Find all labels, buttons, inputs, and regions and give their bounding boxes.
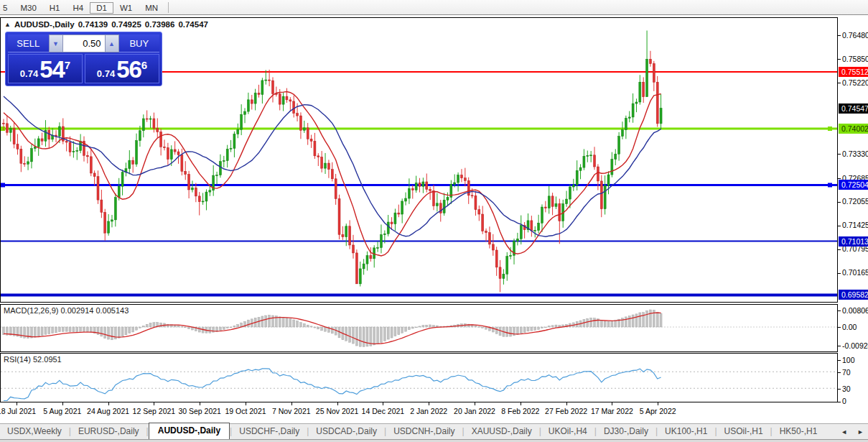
- chart-tab-eurusd-daily[interactable]: EURUSD-,Daily: [71, 424, 146, 439]
- axis-tick-mark: [838, 273, 841, 274]
- timeframe-button-mn[interactable]: MN: [139, 2, 164, 14]
- one-click-trade-panel: SELL ▼ 0.50 ▲ BUY 0.74 54 7 0.74 56 6: [5, 32, 162, 86]
- axis-tick-mark: [838, 360, 841, 361]
- date-tick-label: 5 Aug 2021: [43, 407, 81, 415]
- price-tag: 0.74002: [839, 124, 868, 134]
- date-tick-mark: [475, 402, 475, 405]
- volume-input[interactable]: 0.50: [63, 34, 105, 52]
- axis-tick-mark: [838, 202, 841, 203]
- price-tick-label: 0.70165: [842, 268, 868, 277]
- date-tick-label: 30 Sep 2021: [178, 407, 221, 415]
- axis-tick-mark: [838, 249, 841, 250]
- tab-scroll-left-icon[interactable]: ◄: [841, 428, 847, 436]
- date-tick-label: 17 Mar 2022: [591, 407, 633, 415]
- date-tick-label: 5 Apr 2022: [640, 407, 676, 415]
- ohlc-close: 0.74547: [178, 20, 208, 29]
- macd-axis-label: 0.00: [842, 323, 857, 332]
- timeframe-toolbar: 5M30H1H4D1W1MN: [0, 0, 868, 15]
- ohlc-open: 0.74139: [78, 20, 108, 29]
- chart-tab-usdchf-daily[interactable]: USDCHF-,Daily: [232, 424, 307, 439]
- rsi-line: [4, 369, 661, 401]
- price-tag: 0.69582: [839, 290, 868, 300]
- date-tick-mark: [612, 402, 612, 405]
- date-tick-label: 14 Dec 2021: [362, 407, 405, 415]
- macd-axis-label: -0.009286: [842, 341, 868, 351]
- timeframe-button-m30[interactable]: M30: [14, 2, 42, 14]
- axis-tick-mark: [838, 372, 841, 373]
- price-tag: 0.71013: [839, 236, 868, 247]
- rsi-indicator-panel[interactable]: RSI(14) 52.0951: [0, 353, 838, 402]
- axis-tick-mark: [838, 310, 841, 311]
- chart-tab-xauusd-daily[interactable]: XAUUSD-,Daily: [465, 424, 539, 439]
- buy-price-prefix: 0.74: [97, 67, 115, 81]
- chart-tab-usdx-weekly[interactable]: USDX,Weekly: [0, 424, 69, 439]
- timeframe-button-h1[interactable]: H1: [43, 2, 67, 14]
- chart-tab-ukoil-h4[interactable]: UKOil-,H4: [541, 424, 594, 439]
- collapse-chart-icon[interactable]: ▲: [4, 21, 11, 28]
- date-tick-label: 8 Feb 2022: [501, 407, 539, 415]
- rsi-axis-label: 0: [842, 397, 846, 406]
- axis-tick-mark: [838, 389, 841, 390]
- buy-price-pip: 6: [141, 59, 147, 71]
- price-tick-label: 0.73330: [842, 149, 868, 159]
- chart-tab-audusd-daily[interactable]: AUDUSD-,Daily: [149, 423, 230, 439]
- date-tick-label: 19 Oct 2021: [225, 407, 266, 415]
- date-tick-mark: [17, 402, 17, 405]
- chart-title: ▲ AUDUSD-,Daily 0.74139 0.74925 0.73986 …: [4, 20, 208, 29]
- chart-tab-usdcad-daily[interactable]: USDCAD-,Daily: [309, 424, 384, 439]
- axis-tick-mark: [838, 402, 841, 402]
- rsi-axis-label: 70: [842, 368, 851, 377]
- tab-scroll-arrows: ◄►: [841, 428, 864, 439]
- axis-tick-mark: [838, 59, 841, 60]
- timeframe-button-5[interactable]: 5: [0, 2, 14, 14]
- toolbar-separator: [168, 2, 169, 13]
- axis-tick-mark: [838, 327, 841, 328]
- sell-price-button[interactable]: 0.74 54 7: [8, 54, 83, 83]
- sell-price-pip: 7: [65, 59, 70, 71]
- date-tick-mark: [246, 402, 246, 405]
- date-tick-mark: [337, 402, 338, 405]
- macd-indicator-panel[interactable]: MACD(12,26,9) 0.002914 0.005143: [0, 304, 838, 352]
- date-tick-mark: [291, 402, 292, 405]
- tab-scroll-right-icon[interactable]: ►: [857, 428, 864, 436]
- price-tick-label: 0.76480: [842, 31, 868, 40]
- chart-tab-uk100-h1[interactable]: UK100-,H1: [658, 424, 714, 439]
- date-tick-label: 12 Sep 2021: [133, 407, 176, 415]
- axis-tick-mark: [838, 178, 841, 179]
- volume-decrease-button[interactable]: ▼: [49, 34, 63, 52]
- date-axis: 18 Jul 20215 Aug 202124 Aug 202112 Sep 2…: [0, 402, 838, 423]
- axis-tick-mark: [838, 154, 841, 155]
- chart-tab-usdcnh-daily[interactable]: USDCNH-,Daily: [386, 424, 462, 439]
- price-tick-label: 0.75850: [842, 55, 868, 64]
- date-tick-mark: [62, 402, 63, 405]
- axis-tick-mark: [838, 35, 841, 36]
- axis-tick-mark: [838, 226, 841, 226]
- timeframe-button-h4[interactable]: H4: [66, 2, 90, 14]
- timeframe-button-d1[interactable]: D1: [90, 2, 113, 14]
- buy-price-big: 56: [116, 57, 141, 81]
- sell-button[interactable]: SELL: [8, 34, 49, 52]
- chart-tab-usoil-h1[interactable]: USOil-,H1: [717, 424, 770, 439]
- buy-button[interactable]: BUY: [119, 34, 160, 52]
- date-tick-mark: [658, 402, 658, 405]
- ohlc-high: 0.74925: [111, 20, 141, 29]
- macd-axis-label: 0.008061: [842, 306, 868, 316]
- chart-tab-hk50-h1[interactable]: HK50-,H1: [773, 424, 825, 439]
- buy-price-button[interactable]: 0.74 56 6: [85, 54, 159, 83]
- date-tick-label: 25 Nov 2021: [316, 407, 359, 415]
- chart-tab-dj30-daily[interactable]: DJ30-,Daily: [597, 424, 655, 439]
- price-tag: 0.74547: [839, 103, 868, 114]
- timeframe-button-w1[interactable]: W1: [113, 2, 139, 14]
- chart-tab-bar: USDX,Weekly|EURUSD-,Daily|AUDUSD-,Daily|…: [0, 423, 868, 440]
- axis-tick-mark: [838, 346, 841, 346]
- date-tick-mark: [154, 402, 154, 405]
- axis-tick-mark: [838, 83, 841, 83]
- rsi-chart: [1, 354, 837, 402]
- chart-symbol-label: AUDUSD-,Daily: [14, 20, 75, 29]
- date-tick-label: 7 Nov 2021: [272, 407, 311, 415]
- price-chart-panel[interactable]: ▲ AUDUSD-,Daily 0.74139 0.74925 0.73986 …: [0, 17, 838, 303]
- volume-increase-button[interactable]: ▲: [105, 34, 119, 52]
- date-tick-mark: [200, 402, 200, 405]
- price-tag: 0.72504: [839, 180, 868, 190]
- rsi-axis-label: 30: [842, 385, 851, 394]
